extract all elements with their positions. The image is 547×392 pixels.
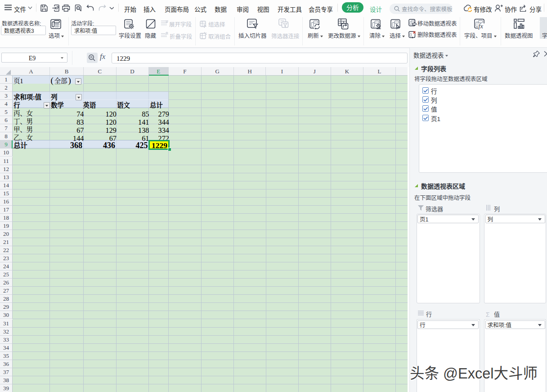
- svg-text:fx: fx: [479, 23, 484, 30]
